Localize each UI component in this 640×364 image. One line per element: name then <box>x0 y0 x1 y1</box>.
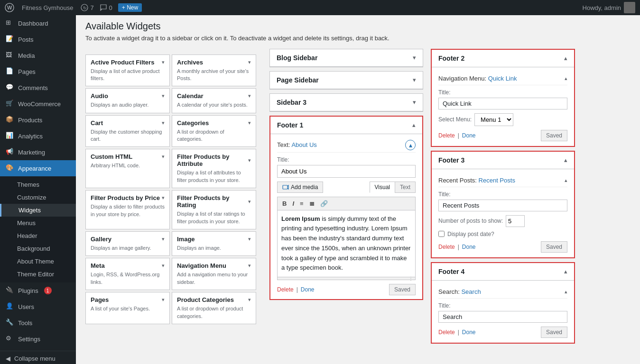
widget-desc: Add a navigation menu to your sidebar. <box>177 271 251 286</box>
sidebar-item-products[interactable]: 📦 Products <box>0 112 76 128</box>
number-list-button[interactable]: ≣ <box>307 199 316 208</box>
widget-cart[interactable]: Cart Display the customer shopping cart. <box>85 115 170 147</box>
footer3-delete-link[interactable]: Delete <box>438 244 455 250</box>
footer1-header[interactable]: Footer 1 ▴ <box>270 117 422 134</box>
sidebar-item-widgets[interactable]: Widgets <box>0 204 76 217</box>
widget-gallery[interactable]: Gallery Displays an image gallery. <box>85 231 170 256</box>
footer3-saved-button: Saved <box>541 241 567 253</box>
page-title: Available Widgets <box>85 21 631 32</box>
widget-meta[interactable]: Meta Login, RSS, & WordPress.org links. <box>85 258 170 290</box>
bold-button[interactable]: B <box>280 199 288 208</box>
footer2-menu-select[interactable]: Menu 1 Menu 2 <box>474 113 513 126</box>
sidebar-item-settings[interactable]: ⚙ Settings <box>0 331 76 347</box>
link-button[interactable]: 🔗 <box>318 199 330 208</box>
page-description: To activate a widget drag it to a sideba… <box>85 34 631 43</box>
widget-categories[interactable]: Categories A list or dropdown of categor… <box>172 115 256 147</box>
content-area: Available Widgets To activate a widget d… <box>76 15 640 364</box>
bullet-list-button[interactable]: ≡ <box>298 199 306 208</box>
add-media-button[interactable]: Add media <box>277 182 323 193</box>
sidebar-item-plugins[interactable]: 🔌 Plugins 1 <box>0 282 76 299</box>
chevron-up-icon: ▴ <box>564 156 567 164</box>
widget-pages[interactable]: Pages A list of your site's Pages. <box>85 292 170 324</box>
comments-counter[interactable]: 0 <box>100 4 112 11</box>
site-name[interactable]: Fitness Gymhouse <box>22 4 73 11</box>
widgets-grid: Active Product Filters Display a list of… <box>85 55 256 324</box>
text-tab[interactable]: Text <box>395 182 416 193</box>
analytics-icon: 📊 <box>6 132 14 140</box>
widget-image[interactable]: Image Displays an image. <box>172 231 256 256</box>
footer4-title: Footer 4 <box>438 268 464 275</box>
sidebar-item-about-theme[interactable]: About Theme <box>0 255 76 268</box>
footer3-display-date-checkbox[interactable] <box>438 231 445 237</box>
sidebar-item-comments[interactable]: 💬 Comments <box>0 80 76 96</box>
sidebar-item-menus[interactable]: Menus <box>0 217 76 229</box>
blog-sidebar-title: Blog Sidebar <box>277 54 317 62</box>
footer3-num-posts-input[interactable] <box>506 215 525 227</box>
sidebar-item-theme-editor[interactable]: Theme Editor <box>0 268 76 281</box>
widget-filter-attribute[interactable]: Filter Products by Attribute Display a l… <box>172 149 256 188</box>
widget-desc: Displays an image. <box>177 245 251 252</box>
page-sidebar-header[interactable]: Page Sidebar <box>270 72 423 89</box>
sidebar-item-analytics[interactable]: 📊 Analytics <box>0 128 76 144</box>
new-button[interactable]: + New <box>118 3 142 12</box>
sidebar-item-background[interactable]: Background <box>0 242 76 255</box>
footer4-done-link[interactable]: Done <box>462 329 476 336</box>
sidebar-item-pages[interactable]: 📄 Pages <box>0 64 76 80</box>
footer2-title-input[interactable] <box>438 98 567 109</box>
chevron-up-icon <box>565 75 567 82</box>
sidebar-item-tools[interactable]: 🔧 Tools <box>0 315 76 331</box>
sidebar3-header[interactable]: Sidebar 3 <box>270 94 423 111</box>
widget-filter-rating[interactable]: Filter Products by Rating Display a list… <box>172 190 256 229</box>
add-media-icon <box>282 184 289 191</box>
sidebar-item-appearance[interactable]: 🎨 Appearance <box>0 160 76 176</box>
sidebar-item-marketing[interactable]: 📢 Marketing <box>0 144 76 160</box>
footer3-actions: Delete | Done Saved <box>438 241 567 253</box>
footer2-delete-link[interactable]: Delete <box>438 132 455 139</box>
footer1-done-link[interactable]: Done <box>301 286 315 293</box>
collapse-menu-button[interactable]: ◀ Collapse menu <box>0 351 76 364</box>
updates-counter[interactable]: ↻ 7 <box>81 4 93 11</box>
footer4-title-input[interactable] <box>438 311 567 323</box>
widget-archives[interactable]: Archives A monthly archive of your site'… <box>172 55 256 87</box>
footer3-done-link[interactable]: Done <box>462 244 476 250</box>
widget-custom-html[interactable]: Custom HTML Arbitrary HTML code. <box>85 149 170 188</box>
footer1-title-input[interactable] <box>277 165 416 178</box>
footer4-delete-link[interactable]: Delete <box>438 329 455 336</box>
pages-icon: 📄 <box>6 67 14 76</box>
blog-sidebar-header[interactable]: Blog Sidebar <box>270 49 423 67</box>
footer2-header[interactable]: Footer 2 ▴ <box>432 50 574 67</box>
editor-toolbar: B I ≡ ≣ 🔗 <box>277 197 416 210</box>
widget-active-product-filters[interactable]: Active Product Filters Display a list of… <box>85 55 170 87</box>
sidebar-item-header[interactable]: Header <box>0 229 76 242</box>
sidebar: ⊞ Dashboard 📝 Posts 🖼 Media 📄 Pages 💬 Co… <box>0 15 76 364</box>
widget-desc: Display a slider to filter products in y… <box>91 203 165 218</box>
footer4-header[interactable]: Footer 4 ▴ <box>432 263 574 280</box>
sidebar-item-users[interactable]: 👤 Users <box>0 299 76 315</box>
widget-product-categories[interactable]: Product Categories A list or dropdown of… <box>172 292 256 324</box>
collapse-icon: ◀ <box>6 355 10 362</box>
editor-resize-handle[interactable]: ⋮ <box>277 277 416 280</box>
widget-calendar[interactable]: Calendar A calendar of your site's posts… <box>172 88 256 113</box>
footer2-title: Footer 2 <box>438 55 464 62</box>
expand-widget-button[interactable]: ▴ <box>405 140 416 150</box>
sidebar-item-customize[interactable]: Customize <box>0 191 76 204</box>
footer3-display-date-row: Display post date? <box>438 231 567 237</box>
sidebar-item-themes[interactable]: Themes <box>0 178 76 191</box>
sidebar-item-dashboard[interactable]: ⊞ Dashboard <box>0 15 76 31</box>
footer3-title-input[interactable] <box>438 200 567 211</box>
footer1-delete-link[interactable]: Delete <box>277 286 294 293</box>
widget-title: Filter Products by Price <box>91 194 160 201</box>
widget-filter-price[interactable]: Filter Products by Price Display a slide… <box>85 190 170 229</box>
widget-audio[interactable]: Audio Displays an audio player. <box>85 88 170 113</box>
footer3-header[interactable]: Footer 3 ▴ <box>432 152 574 169</box>
widget-navigation-menu[interactable]: Navigation Menu Add a navigation menu to… <box>172 258 256 290</box>
widget-title: Pages <box>91 296 109 303</box>
sidebar-item-woocommerce[interactable]: 🛒 WooCommerce <box>0 96 76 112</box>
footer4-widget-row: Search: Search <box>438 285 567 299</box>
page-sidebar-title: Page Sidebar <box>277 76 319 84</box>
footer2-done-link[interactable]: Done <box>462 132 476 139</box>
italic-button[interactable]: I <box>290 199 296 208</box>
visual-tab[interactable]: Visual <box>370 182 395 193</box>
sidebar-item-posts[interactable]: 📝 Posts <box>0 31 76 47</box>
sidebar-item-media[interactable]: 🖼 Media <box>0 47 76 64</box>
